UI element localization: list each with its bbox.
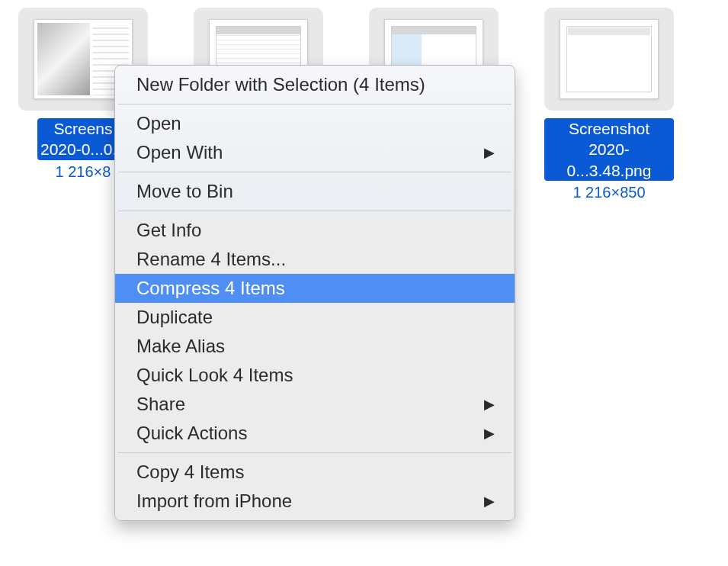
submenu-arrow-icon: ▶ (484, 144, 495, 161)
menu-label: New Folder with Selection (4 Items) (136, 74, 425, 95)
menu-label: Quick Look 4 Items (136, 365, 293, 386)
menu-label: Move to Bin (136, 181, 233, 202)
menu-separator (118, 211, 512, 211)
menu-label: Import from iPhone (136, 490, 292, 512)
submenu-arrow-icon: ▶ (484, 493, 495, 510)
menu-label: Make Alias (136, 336, 225, 357)
menu-duplicate[interactable]: Duplicate (115, 303, 515, 332)
menu-separator (118, 172, 512, 172)
context-menu: New Folder with Selection (4 Items) Open… (114, 65, 515, 521)
menu-open-with[interactable]: Open With ▶ (115, 138, 515, 167)
thumbnail-icon (560, 19, 659, 99)
menu-copy[interactable]: Copy 4 Items (115, 458, 515, 487)
menu-move-to-bin[interactable]: Move to Bin (115, 177, 515, 206)
file-thumbnail (544, 8, 674, 111)
menu-new-folder-with-selection[interactable]: New Folder with Selection (4 Items) (115, 70, 515, 99)
file-dimensions: 1 216×850 (572, 184, 645, 201)
menu-get-info[interactable]: Get Info (115, 216, 515, 245)
file-name-label: Screenshot 2020-0...3.48.png (544, 118, 674, 181)
submenu-arrow-icon: ▶ (484, 396, 495, 413)
menu-quick-actions[interactable]: Quick Actions ▶ (115, 419, 515, 448)
menu-quick-look[interactable]: Quick Look 4 Items (115, 361, 515, 390)
menu-label: Open (136, 113, 181, 134)
submenu-arrow-icon: ▶ (484, 425, 495, 442)
menu-separator (118, 104, 512, 105)
menu-label: Get Info (136, 220, 201, 241)
menu-label: Open With (136, 142, 223, 163)
menu-label: Rename 4 Items... (136, 249, 286, 270)
menu-label: Quick Actions (136, 423, 247, 444)
menu-separator (118, 452, 512, 453)
file-dimensions: 1 216×8 (56, 163, 111, 181)
menu-label: Duplicate (136, 307, 213, 328)
menu-label: Share (136, 394, 185, 415)
menu-open[interactable]: Open (115, 109, 515, 138)
menu-compress[interactable]: Compress 4 Items (115, 274, 515, 303)
menu-import-from-iphone[interactable]: Import from iPhone ▶ (115, 487, 515, 516)
menu-label: Copy 4 Items (136, 461, 244, 483)
menu-rename[interactable]: Rename 4 Items... (115, 245, 515, 274)
menu-share[interactable]: Share ▶ (115, 390, 515, 419)
menu-label: Compress 4 Items (136, 278, 285, 299)
menu-make-alias[interactable]: Make Alias (115, 332, 515, 361)
file-item[interactable]: Screenshot 2020-0...3.48.png 1 216×850 (544, 8, 674, 201)
